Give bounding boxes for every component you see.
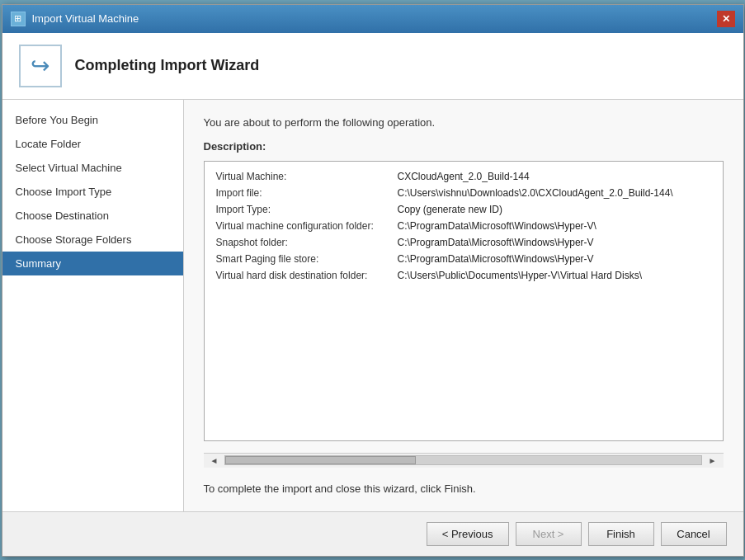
title-bar: ⊞ Import Virtual Machine ✕ — [2, 5, 743, 33]
previous-button[interactable]: < Previous — [427, 522, 509, 546]
row-label: Smart Paging file store: — [211, 251, 393, 267]
main-body: Before You Begin Locate Folder Select Vi… — [2, 100, 743, 511]
finish-button[interactable]: Finish — [588, 522, 654, 546]
row-value: C:\ProgramData\Microsoft\Windows\Hyper-V… — [393, 218, 716, 234]
close-button[interactable]: ✕ — [717, 11, 735, 27]
row-value: C:\Users\Public\Documents\Hyper-V\Virtua… — [393, 267, 716, 284]
row-label: Import Type: — [211, 201, 393, 218]
description-box: Virtual Machine: CXCloudAgent_2.0_Build-… — [204, 161, 724, 441]
wizard-icon: ↪ — [31, 52, 50, 79]
scroll-thumb-area[interactable] — [224, 455, 701, 465]
scroll-thumb[interactable] — [225, 456, 415, 464]
horizontal-scrollbar[interactable]: ◄ ► — [204, 453, 724, 468]
sidebar-item-select-virtual-machine[interactable]: Select Virtual Machine — [2, 156, 183, 180]
table-row: Virtual machine configuration folder: C:… — [211, 218, 716, 234]
main-window: ⊞ Import Virtual Machine ✕ ↪ Completing … — [2, 4, 744, 557]
row-label: Import file: — [211, 185, 393, 201]
next-button[interactable]: Next > — [516, 522, 582, 546]
window-title: Import Virtual Machine — [32, 12, 139, 25]
sidebar: Before You Begin Locate Folder Select Vi… — [2, 100, 184, 511]
row-value: CXCloudAgent_2.0_Build-144 — [393, 168, 716, 185]
content-intro: You are about to perform the following o… — [204, 116, 724, 129]
sidebar-item-before-you-begin[interactable]: Before You Begin — [2, 108, 183, 132]
table-row: Virtual Machine: CXCloudAgent_2.0_Build-… — [211, 168, 716, 185]
table-row: Smart Paging file store: C:\ProgramData\… — [211, 251, 716, 267]
header-area: ↪ Completing Import Wizard — [2, 33, 743, 100]
sidebar-item-choose-storage-folders[interactable]: Choose Storage Folders — [2, 228, 183, 252]
table-row: Import Type: Copy (generate new ID) — [211, 201, 716, 218]
row-label: Virtual hard disk destination folder: — [211, 267, 393, 284]
footer-buttons: < Previous Next > Finish Cancel — [2, 511, 743, 556]
row-value: C:\Users\vishnu\Downloads\2.0\CXCloudAge… — [393, 185, 716, 201]
title-bar-left: ⊞ Import Virtual Machine — [11, 12, 139, 26]
row-label: Virtual machine configuration folder: — [211, 218, 393, 234]
row-value: C:\ProgramData\Microsoft\Windows\Hyper-V — [393, 251, 716, 267]
row-label: Snapshot folder: — [211, 234, 393, 251]
row-value: C:\ProgramData\Microsoft\Windows\Hyper-V — [393, 234, 716, 251]
scroll-left-arrow[interactable]: ◄ — [207, 455, 222, 466]
sidebar-item-locate-folder[interactable]: Locate Folder — [2, 132, 183, 156]
sidebar-item-choose-import-type[interactable]: Choose Import Type — [2, 180, 183, 204]
sidebar-item-summary[interactable]: Summary — [2, 252, 183, 275]
table-row: Import file: C:\Users\vishnu\Downloads\2… — [211, 185, 716, 201]
header-icon-box: ↪ — [19, 45, 62, 87]
row-label: Virtual Machine: — [211, 168, 393, 185]
sidebar-item-choose-destination[interactable]: Choose Destination — [2, 204, 183, 228]
row-value: Copy (generate new ID) — [393, 201, 716, 218]
cancel-button[interactable]: Cancel — [661, 522, 727, 546]
content-area: You are about to perform the following o… — [184, 100, 743, 511]
footer-text: To complete the import and close this wi… — [204, 482, 724, 495]
description-table: Virtual Machine: CXCloudAgent_2.0_Build-… — [211, 168, 716, 284]
wizard-title: Completing Import Wizard — [75, 57, 260, 74]
window-icon: ⊞ — [11, 12, 26, 26]
description-label: Description: — [204, 140, 724, 153]
table-row: Snapshot folder: C:\ProgramData\Microsof… — [211, 234, 716, 251]
scroll-right-arrow[interactable]: ► — [705, 455, 720, 466]
table-row: Virtual hard disk destination folder: C:… — [211, 267, 716, 284]
